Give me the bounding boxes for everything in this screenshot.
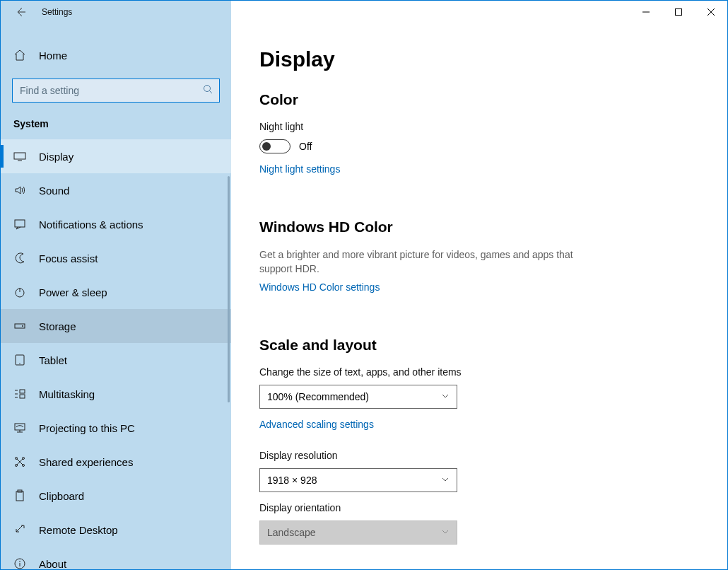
- search-icon: [203, 84, 213, 96]
- sidebar-item-label: Display: [39, 151, 74, 163]
- sidebar-item-label: Power & sleep: [39, 286, 107, 298]
- notifications-icon: [13, 218, 26, 231]
- orientation-value: Landscape: [267, 527, 316, 538]
- search-input[interactable]: [12, 78, 220, 103]
- close-button[interactable]: [695, 1, 727, 23]
- sidebar-item-label: Sound: [39, 185, 69, 197]
- sidebar-item-power[interactable]: Power & sleep: [1, 275, 231, 309]
- power-icon: [13, 286, 26, 298]
- sidebar-item-about[interactable]: About: [1, 547, 231, 569]
- sidebar-item-clipboard[interactable]: Clipboard: [1, 479, 231, 513]
- svg-point-29: [19, 561, 20, 562]
- home-nav[interactable]: Home: [1, 42, 231, 69]
- svg-rect-7: [14, 153, 25, 159]
- sidebar-item-label: Remote Desktop: [39, 524, 118, 536]
- sidebar-item-label: Notifications & actions: [39, 219, 143, 231]
- svg-rect-20: [20, 395, 25, 398]
- sidebar: Home System DisplaySoundNotifications & …: [1, 23, 231, 569]
- svg-rect-26: [16, 492, 23, 501]
- sidebar-item-projecting[interactable]: Projecting to this PC: [1, 411, 231, 445]
- svg-rect-9: [15, 220, 25, 227]
- main-content: Display Color Night light Off Night ligh…: [231, 23, 727, 569]
- about-icon: [13, 557, 26, 569]
- storage-icon: [13, 320, 26, 332]
- sidebar-item-label: About: [39, 558, 66, 570]
- back-button[interactable]: [13, 5, 28, 19]
- page-title: Display: [259, 47, 699, 71]
- sidebar-item-tablet[interactable]: Tablet: [1, 343, 231, 377]
- titlebar: Settings: [1, 1, 727, 23]
- resolution-value: 1918 × 928: [267, 475, 317, 486]
- sidebar-item-shared[interactable]: Shared experiences: [1, 445, 231, 479]
- svg-point-5: [204, 86, 211, 92]
- sidebar-item-sound[interactable]: Sound: [1, 173, 231, 207]
- remote-icon: [13, 523, 26, 536]
- sound-icon: [13, 184, 26, 197]
- shared-icon: [13, 455, 26, 468]
- advanced-scaling-link[interactable]: Advanced scaling settings: [259, 419, 374, 430]
- resolution-label: Display resolution: [259, 450, 699, 461]
- resolution-select[interactable]: 1918 × 928: [259, 468, 457, 492]
- minimize-button[interactable]: [630, 1, 662, 23]
- night-light-toggle[interactable]: [259, 139, 290, 153]
- section-hdr: Windows HD Color: [259, 219, 699, 235]
- sidebar-item-notifications[interactable]: Notifications & actions: [1, 207, 231, 241]
- svg-rect-19: [20, 390, 25, 393]
- focus-icon: [13, 252, 26, 264]
- sidebar-item-display[interactable]: Display: [1, 139, 231, 173]
- sidebar-item-remote[interactable]: Remote Desktop: [1, 513, 231, 547]
- sidebar-item-label: Projecting to this PC: [39, 422, 135, 434]
- home-label: Home: [39, 50, 67, 62]
- sidebar-item-storage[interactable]: Storage: [1, 309, 231, 343]
- sidebar-item-label: Clipboard: [39, 490, 84, 502]
- text-size-label: Change the size of text, apps, and other…: [259, 366, 699, 378]
- category-header: System: [1, 118, 231, 139]
- orientation-select: Landscape: [259, 520, 457, 545]
- night-light-label: Night light: [259, 121, 699, 132]
- chevron-down-icon: [441, 391, 450, 402]
- orientation-label: Display orientation: [259, 502, 699, 513]
- sidebar-item-label: Shared experiences: [39, 456, 133, 468]
- chevron-down-icon: [441, 475, 450, 486]
- window-title: Settings: [42, 7, 72, 17]
- sidebar-item-focus[interactable]: Focus assist: [1, 241, 231, 275]
- text-size-value: 100% (Recommended): [267, 391, 369, 402]
- section-color: Color: [259, 91, 699, 108]
- tablet-icon: [13, 354, 26, 366]
- svg-line-6: [210, 91, 213, 94]
- hdr-settings-link[interactable]: Windows HD Color settings: [259, 281, 380, 293]
- display-icon: [13, 150, 26, 163]
- hdr-description: Get a brighter and more vibrant picture …: [259, 248, 585, 276]
- home-icon: [13, 49, 26, 62]
- clipboard-icon: [13, 489, 26, 502]
- maximize-button[interactable]: [662, 1, 695, 23]
- multitasking-icon: [13, 388, 26, 400]
- text-size-select[interactable]: 100% (Recommended): [259, 385, 457, 409]
- night-light-state: Off: [299, 141, 312, 152]
- sidebar-item-label: Multitasking: [39, 388, 95, 400]
- projecting-icon: [13, 421, 26, 434]
- svg-point-15: [19, 363, 20, 363]
- section-scale: Scale and layout: [259, 337, 699, 354]
- night-light-settings-link[interactable]: Night light settings: [259, 163, 340, 175]
- sidebar-item-label: Focus assist: [39, 252, 98, 264]
- chevron-down-icon: [441, 527, 450, 538]
- sidebar-item-multitasking[interactable]: Multitasking: [1, 377, 231, 411]
- sidebar-scrollbar[interactable]: [228, 176, 230, 569]
- sidebar-item-label: Storage: [39, 320, 76, 332]
- svg-rect-2: [676, 9, 682, 16]
- svg-point-13: [22, 325, 23, 327]
- sidebar-item-label: Tablet: [39, 354, 67, 366]
